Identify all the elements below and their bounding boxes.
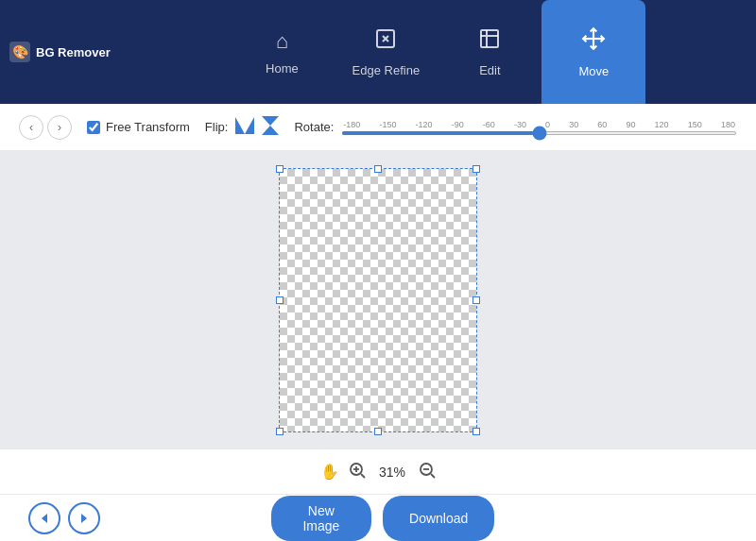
main-content: ‹ › Free Transform Flip: Rotate	[0, 104, 756, 541]
nav-item-edit-label: Edit	[479, 63, 500, 77]
svg-marker-34	[42, 514, 47, 523]
footer: New Image Download	[0, 494, 756, 541]
app-name: BG Remover	[36, 45, 111, 59]
edit-icon	[478, 27, 501, 56]
zoom-toolbar: ✋ 31%	[0, 448, 756, 494]
free-transform-text: Free Transform	[106, 120, 190, 134]
svg-line-28	[361, 474, 365, 478]
svg-marker-6	[262, 116, 279, 126]
topbar: 🎨 BG Remover ⌂ Home Edge Refine	[0, 0, 756, 104]
svg-marker-4	[235, 117, 245, 134]
undo-button[interactable]: ‹	[19, 115, 43, 140]
nav-item-edge-refine[interactable]: Edge Refine	[334, 0, 438, 104]
zoom-value: 31%	[375, 465, 409, 480]
next-button[interactable]	[68, 502, 100, 534]
svg-marker-7	[262, 126, 279, 135]
resize-handle-tc[interactable]	[374, 165, 382, 173]
rotate-label: Rotate:	[294, 120, 334, 134]
canvas-wrapper	[279, 168, 477, 432]
svg-marker-35	[81, 514, 87, 523]
move-icon	[581, 26, 606, 57]
nav-item-move-label: Move	[578, 64, 609, 78]
toolbar-nav: ‹ ›	[19, 115, 72, 140]
free-transform-checkbox[interactable]	[87, 121, 100, 134]
zoom-in-button[interactable]	[349, 462, 366, 482]
nav-item-move[interactable]: Move	[541, 0, 645, 104]
resize-handle-tr[interactable]	[472, 165, 480, 173]
flip-section: Flip:	[205, 116, 280, 139]
svg-rect-1	[481, 30, 498, 47]
nav-item-home[interactable]: ⌂ Home	[230, 0, 334, 104]
resize-handle-ml[interactable]	[276, 296, 284, 304]
rotate-section: Rotate: -180 -150 -120 -90 -60 -30 0 30 …	[294, 120, 737, 135]
svg-marker-5	[245, 117, 254, 134]
image-canvas[interactable]	[279, 168, 477, 432]
zoom-section: ✋ 31%	[320, 462, 436, 482]
resize-handle-bl[interactable]	[276, 428, 284, 435]
rotate-slider[interactable]	[341, 131, 737, 135]
flip-label: Flip:	[205, 120, 229, 134]
home-icon: ⌂	[276, 29, 288, 54]
transparent-background	[280, 169, 476, 431]
resize-handle-br[interactable]	[472, 428, 480, 435]
redo-button[interactable]: ›	[47, 115, 72, 140]
rotate-slider-container: -180 -150 -120 -90 -60 -30 0 30 60 90 12…	[341, 120, 737, 135]
zoom-out-button[interactable]	[419, 462, 436, 482]
nav-item-home-label: Home	[266, 61, 299, 76]
logo-icon: 🎨	[9, 42, 30, 62]
resize-handle-tl[interactable]	[276, 165, 284, 173]
canvas-area	[0, 151, 756, 448]
free-transform-label[interactable]: Free Transform	[87, 120, 190, 134]
nav-item-edge-refine-label: Edge Refine	[352, 63, 421, 77]
resize-handle-mr[interactable]	[472, 296, 480, 304]
svg-line-32	[431, 474, 435, 478]
app-logo: 🎨 BG Remover	[9, 42, 111, 62]
hand-tool-button[interactable]: ✋	[320, 463, 339, 481]
flip-horizontal-button[interactable]	[235, 117, 254, 138]
edge-refine-icon	[374, 27, 397, 56]
prev-button[interactable]	[28, 502, 60, 534]
new-image-button[interactable]: New Image	[271, 496, 371, 541]
toolbar: ‹ › Free Transform Flip: Rotate	[0, 104, 756, 151]
download-button[interactable]: Download	[383, 496, 494, 541]
nav-item-edit[interactable]: Edit	[438, 0, 541, 104]
resize-handle-bc[interactable]	[374, 428, 382, 435]
main-nav: ⌂ Home Edge Refine Edit	[129, 0, 747, 104]
flip-vertical-button[interactable]	[262, 116, 279, 139]
footer-actions: New Image Download	[271, 496, 495, 541]
footer-nav	[19, 502, 252, 534]
